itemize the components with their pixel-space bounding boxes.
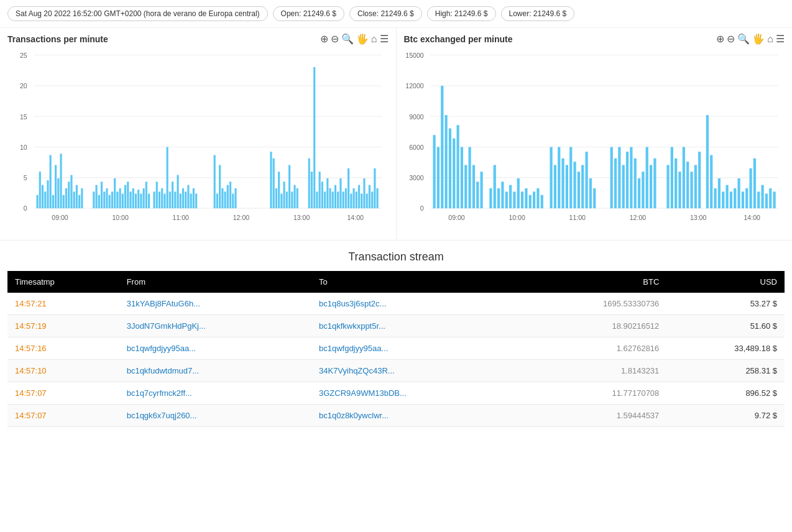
svg-rect-72 [190,194,192,209]
pan-icon[interactable]: 🖐 [356,33,369,45]
svg-rect-200 [706,115,708,208]
svg-rect-33 [76,185,78,209]
pan-icon-right[interactable]: 🖐 [752,33,765,45]
svg-text:20: 20 [20,82,27,89]
svg-rect-31 [70,175,72,209]
svg-rect-79 [224,191,226,208]
svg-rect-105 [334,185,336,209]
svg-rect-213 [757,191,760,208]
svg-rect-108 [343,191,344,208]
svg-rect-86 [275,188,277,208]
table-header-row: Timesatmp From To BTC USD [7,271,785,293]
svg-rect-216 [769,188,771,208]
zoom-in-icon[interactable]: ⊕ [320,33,328,45]
cell-time: 14:57:21 [7,293,119,315]
svg-rect-75 [214,155,216,208]
tx-btc-value: 1.8143231 [621,366,659,375]
tx-btc-value: 11.77170708 [612,388,659,398]
svg-rect-34 [78,195,80,208]
tx-to-link[interactable]: bc1qwfgdjyy95aa... [319,344,388,353]
magnifier-icon-right[interactable]: 🔍 [737,33,750,45]
svg-rect-62 [163,194,165,209]
col-btc: BTC [521,271,666,293]
svg-rect-85 [273,158,275,208]
svg-rect-183 [625,152,628,208]
svg-rect-40 [103,191,105,208]
tx-to-link[interactable]: 3GZCR9A9WM13bDB... [319,388,407,398]
svg-rect-60 [159,191,160,208]
svg-rect-186 [637,178,640,208]
svg-rect-50 [129,191,131,208]
table-row: 14:57:10 bc1qkfudwtdmud7... 34K7VyihqZQc… [7,360,785,382]
svg-rect-35 [81,188,83,208]
menu-icon[interactable]: ☰ [380,33,389,45]
svg-text:13:00: 13:00 [293,214,310,221]
svg-rect-169 [558,147,560,209]
svg-rect-93 [293,185,295,209]
svg-text:14:00: 14:00 [347,214,363,221]
table-row: 14:57:16 bc1qwfgdjyy95aa... bc1qwfgdjyy9… [7,337,785,360]
svg-rect-64 [169,191,171,208]
svg-rect-204 [722,191,724,208]
svg-rect-202 [714,188,716,208]
svg-rect-190 [653,158,656,208]
svg-rect-182 [622,165,624,209]
tx-usd-value: 53.27 $ [750,299,777,308]
svg-rect-162 [525,188,527,208]
svg-rect-161 [520,191,523,208]
svg-rect-155 [497,188,499,208]
svg-rect-97 [313,67,315,208]
svg-rect-144 [448,129,451,209]
svg-rect-159 [513,191,515,208]
magnifier-icon[interactable]: 🔍 [341,33,354,45]
svg-rect-198 [694,165,696,209]
tx-to-link[interactable]: bc1q0z8k0ywclwr... [319,411,389,420]
tx-time: 14:57:19 [15,321,47,331]
left-chart-area: 25 20 15 10 5 0 09:00 10:00 11:00 12:00 … [7,48,389,235]
svg-text:11:00: 11:00 [173,214,189,221]
svg-text:5: 5 [24,174,27,181]
tx-from-link[interactable]: 3JodN7GmkHdPgKj... [127,321,206,331]
tx-from-link[interactable]: bc1q7cyrfmck2ff... [127,388,192,398]
tx-time: 14:57:07 [15,388,47,398]
zoom-out-icon[interactable]: ⊖ [331,33,339,45]
tx-time: 14:57:10 [15,366,47,375]
svg-rect-189 [649,165,652,209]
cell-to: 3GZCR9A9WM13bDB... [311,382,521,405]
zoom-out-icon-right[interactable]: ⊖ [727,33,735,45]
svg-rect-156 [501,181,504,208]
right-chart-controls[interactable]: ⊕ ⊖ 🔍 🖐 ⌂ ☰ [716,33,785,45]
svg-rect-61 [161,188,163,208]
svg-rect-100 [321,181,323,208]
tx-to-link[interactable]: 34K7VyihqZQc43R... [319,366,395,375]
left-chart-controls[interactable]: ⊕ ⊖ 🔍 🖐 ⌂ ☰ [320,33,389,45]
svg-rect-119 [371,191,373,208]
svg-rect-88 [280,194,282,209]
svg-rect-42 [109,195,111,208]
tx-to-link[interactable]: bc1qkfkwkxppt5r... [319,321,385,331]
zoom-in-icon-right[interactable]: ⊕ [716,33,724,45]
home-icon[interactable]: ⌂ [371,34,377,45]
svg-rect-36 [93,191,94,208]
cell-to: bc1qwfgdjyy95aa... [311,337,521,360]
svg-rect-68 [180,194,182,209]
cell-from: bc1qkfudwtdmud7... [119,360,311,382]
home-icon-right[interactable]: ⌂ [767,34,773,45]
svg-rect-188 [645,147,648,209]
svg-rect-66 [174,191,176,208]
svg-rect-30 [68,181,70,208]
col-timestamp: Timesatmp [7,271,119,293]
tx-from-link[interactable]: bc1qgk6x7uqj260... [127,411,197,420]
cell-time: 14:57:10 [7,360,119,382]
svg-rect-104 [332,191,334,208]
datetime-badge: Sat Aug 20 2022 16:52:00 GMT+0200 (hora … [7,6,268,21]
tx-from-link[interactable]: bc1qwfgdjyy95aa... [127,344,196,353]
menu-icon-right[interactable]: ☰ [776,33,785,45]
tx-btc-value: 1695.53330736 [603,299,659,308]
tx-time: 14:57:16 [15,344,47,353]
tx-from-link[interactable]: bc1qkfudwtdmud7... [127,366,199,375]
svg-rect-203 [717,178,720,208]
cell-btc: 18.90216512 [521,315,666,337]
tx-from-link[interactable]: 31kYABj8FAtuG6h... [127,299,200,308]
tx-to-link[interactable]: bc1q8us3j6spt2c... [319,299,386,308]
